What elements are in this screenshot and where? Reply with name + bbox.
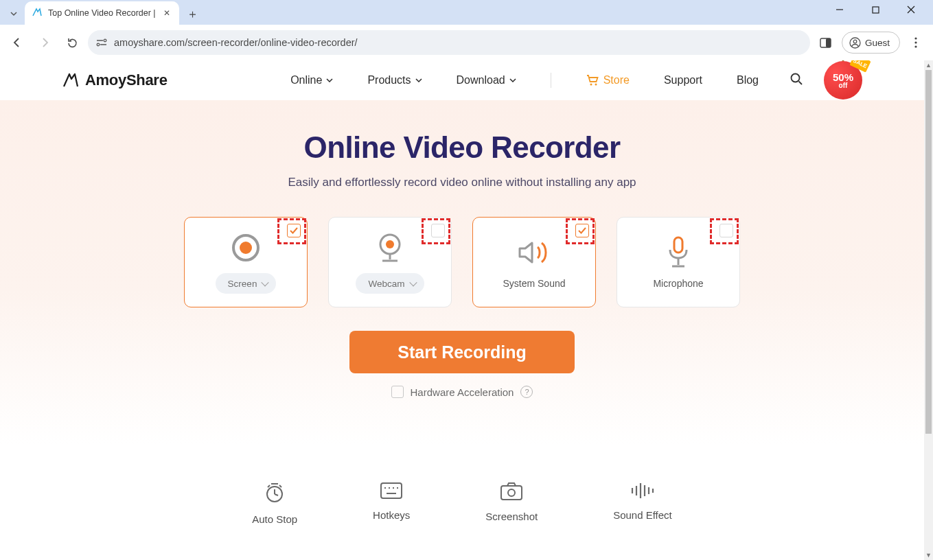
- sale-tag: SALE: [849, 60, 871, 73]
- kebab-icon: [914, 37, 917, 48]
- feature-screenshot[interactable]: Screenshot: [485, 482, 538, 525]
- forward-button[interactable]: [33, 31, 56, 54]
- new-tab-button[interactable]: ＋: [183, 4, 203, 23]
- card-screen[interactable]: Screen: [184, 217, 308, 307]
- card-system-sound[interactable]: System Sound: [472, 217, 596, 307]
- cart-icon: [586, 74, 599, 86]
- svg-point-22: [386, 240, 394, 248]
- site-settings-icon: [96, 38, 107, 47]
- chevron-down-icon: [509, 78, 516, 82]
- maximize-icon: [872, 6, 879, 14]
- window-maximize-button[interactable]: [860, 0, 890, 19]
- feature-row: Auto Stop Hotkeys Screenshot Sound Effec…: [0, 445, 924, 525]
- svg-rect-40: [501, 486, 522, 500]
- scroll-down-button[interactable]: ▼: [924, 550, 933, 560]
- profile-label: Guest: [865, 38, 890, 48]
- reload-button[interactable]: [60, 31, 84, 54]
- tab-title: Top Online Video Recorder |: [48, 8, 156, 18]
- page-content: AmoyShare Online Products Download Store…: [0, 60, 924, 560]
- svg-point-41: [508, 489, 515, 496]
- card-checkbox[interactable]: [431, 224, 445, 237]
- nav-blog[interactable]: Blog: [737, 74, 759, 86]
- source-cards: Screen Webcam System Sound: [0, 217, 924, 307]
- feature-label: Hotkeys: [373, 509, 410, 521]
- svg-rect-34: [381, 483, 402, 498]
- page-title: Online Video Recorder: [0, 130, 924, 165]
- url-text: amoyshare.com/screen-recorder/online-vid…: [114, 37, 802, 48]
- nav-support[interactable]: Support: [664, 74, 702, 86]
- hero-section: Online Video Recorder Easily and effortl…: [0, 100, 924, 445]
- main-nav: Online Products Download Store Support B…: [290, 73, 759, 88]
- scroll-up-button[interactable]: ▲: [924, 60, 933, 70]
- screen-icon: [229, 231, 263, 265]
- nav-online[interactable]: Online: [290, 74, 333, 86]
- sale-stem-icon: [842, 60, 844, 61]
- nav-store[interactable]: Store: [586, 74, 630, 86]
- svg-point-14: [914, 45, 917, 47]
- svg-line-30: [275, 494, 278, 495]
- svg-line-32: [268, 485, 270, 487]
- window-minimize-button[interactable]: [825, 0, 855, 19]
- feature-auto-stop[interactable]: Auto Stop: [252, 482, 297, 525]
- browser-tab[interactable]: Top Online Video Recorder | ✕: [25, 1, 179, 25]
- window-close-button[interactable]: [896, 0, 926, 19]
- tab-search-dropdown[interactable]: [5, 5, 22, 22]
- hardware-accel-checkbox[interactable]: [391, 386, 404, 398]
- card-checkbox[interactable]: [287, 224, 301, 237]
- card-checkbox[interactable]: [719, 224, 733, 237]
- tab-close-button[interactable]: ✕: [161, 8, 172, 19]
- speaker-icon: [516, 235, 553, 270]
- feature-sound-effect[interactable]: Sound Effect: [613, 482, 672, 525]
- card-webcam[interactable]: Webcam: [328, 217, 452, 307]
- tab-strip: Top Online Video Recorder | ✕ ＋: [0, 0, 933, 25]
- nav-download[interactable]: Download: [457, 74, 516, 86]
- svg-rect-1: [873, 7, 879, 13]
- feature-label: Sound Effect: [613, 509, 672, 521]
- site-header: AmoyShare Online Products Download Store…: [0, 60, 924, 100]
- feature-hotkeys[interactable]: Hotkeys: [373, 482, 410, 525]
- svg-line-33: [279, 485, 281, 487]
- hardware-accel-label: Hardware Acceleration: [411, 386, 514, 398]
- card-checkbox[interactable]: [575, 224, 589, 237]
- arrow-right-icon: [38, 36, 51, 49]
- svg-point-7: [97, 43, 100, 46]
- card-label-dropdown[interactable]: Screen: [216, 273, 277, 294]
- search-button[interactable]: [790, 72, 803, 89]
- page-subtitle: Easily and effortlessly record video onl…: [0, 176, 924, 189]
- nav-products[interactable]: Products: [367, 74, 422, 86]
- chevron-down-icon: [326, 78, 333, 82]
- back-button[interactable]: [5, 31, 29, 54]
- logo-text: AmoyShare: [85, 71, 168, 89]
- site-favicon-icon: [32, 8, 43, 19]
- start-recording-button[interactable]: Start Recording: [349, 331, 575, 373]
- sale-badge[interactable]: SALE 50% off: [824, 61, 862, 100]
- svg-point-13: [914, 41, 917, 43]
- sale-percent: 50%: [833, 72, 853, 82]
- card-label-dropdown[interactable]: Webcam: [356, 273, 424, 294]
- svg-rect-9: [826, 38, 831, 47]
- browser-toolbar: amoyshare.com/screen-recorder/online-vid…: [0, 25, 933, 60]
- feature-label: Auto Stop: [252, 513, 297, 525]
- browser-chrome: Top Online Video Recorder | ✕ ＋ amoyshar…: [0, 0, 933, 60]
- window-controls: [825, 0, 933, 25]
- search-icon: [790, 72, 803, 86]
- logo-icon: [62, 72, 80, 89]
- microphone-icon: [665, 235, 692, 270]
- vertical-scrollbar[interactable]: ▲ ▼: [924, 60, 933, 560]
- feature-label: Screenshot: [485, 511, 538, 522]
- panel-icon: [820, 38, 831, 48]
- card-microphone[interactable]: Microphone: [617, 217, 740, 307]
- webcam-icon: [373, 231, 407, 265]
- chevron-down-icon: [415, 78, 422, 82]
- profile-button[interactable]: Guest: [842, 32, 900, 54]
- svg-point-17: [792, 74, 800, 82]
- address-bar[interactable]: amoyshare.com/screen-recorder/online-vid…: [88, 30, 810, 55]
- side-panel-button[interactable]: [814, 31, 838, 54]
- browser-menu-button[interactable]: [904, 31, 928, 54]
- nav-separator: [551, 73, 551, 88]
- svg-point-20: [240, 242, 252, 254]
- scroll-thumb[interactable]: [925, 70, 932, 434]
- keyboard-icon: [380, 482, 403, 500]
- site-logo[interactable]: AmoyShare: [62, 71, 168, 89]
- help-button[interactable]: ?: [520, 386, 533, 398]
